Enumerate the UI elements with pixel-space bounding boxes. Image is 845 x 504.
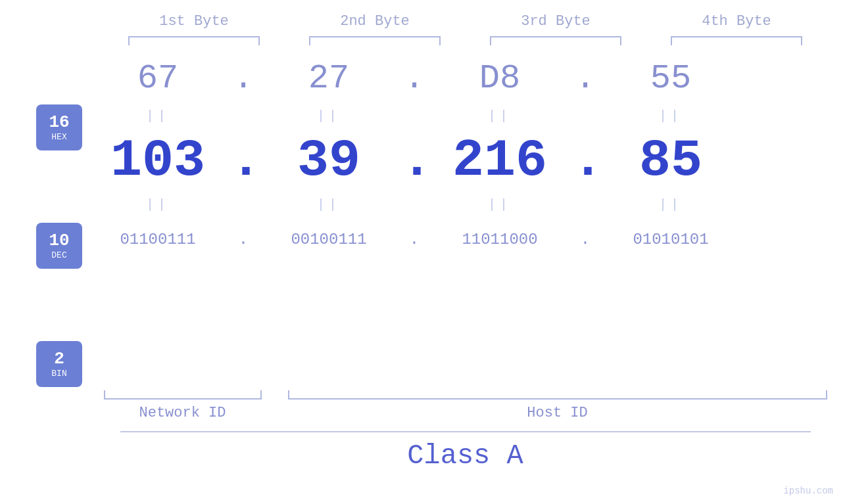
byte3-label: 3rd Byte bbox=[483, 13, 628, 30]
dot-bin-2: . bbox=[401, 231, 427, 248]
dec-row: 103 . 39 . 216 . 85 bbox=[85, 127, 845, 193]
dec-byte1: 103 bbox=[85, 131, 230, 191]
hex-badge: 16 HEX bbox=[36, 104, 82, 150]
main-container: 1st Byte 2nd Byte 3rd Byte 4th Byte 16 H… bbox=[0, 0, 845, 504]
bracket-top-3 bbox=[490, 36, 621, 45]
dec-badge-number: 10 bbox=[49, 231, 69, 250]
hex-badge-number: 16 bbox=[49, 113, 69, 132]
dbar2-4: || bbox=[598, 197, 743, 212]
bin-byte2: 00100111 bbox=[256, 231, 401, 248]
dec-badge: 10 DEC bbox=[36, 223, 82, 269]
bracket-bottom-network bbox=[104, 390, 262, 400]
network-id-label: Network ID bbox=[104, 405, 262, 421]
byte-headers: 1st Byte 2nd Byte 3rd Byte 4th Byte bbox=[104, 13, 827, 30]
dbar2-1: || bbox=[85, 197, 230, 212]
values-grid: 67 . 27 . D8 . 55 || || || || 103 bbox=[85, 52, 845, 262]
hex-byte1: 67 bbox=[85, 59, 230, 98]
bin-byte3: 11011000 bbox=[427, 231, 572, 248]
dec-byte2: 39 bbox=[256, 131, 401, 191]
byte1-label: 1st Byte bbox=[122, 13, 266, 30]
dot-hex-3: . bbox=[572, 59, 598, 98]
dbar1-3: || bbox=[427, 108, 572, 124]
bracket-top-1 bbox=[128, 36, 260, 45]
hex-badge-label: HEX bbox=[51, 132, 66, 142]
network-host-labels: Network ID Host ID bbox=[104, 405, 827, 421]
bin-byte4: 01010101 bbox=[598, 231, 743, 248]
bracket-bottom-host bbox=[288, 390, 827, 400]
hex-byte2: 27 bbox=[256, 59, 401, 98]
dbar2-2: || bbox=[256, 197, 401, 212]
content-area: 16 HEX 10 DEC 2 BIN 67 . 27 . bbox=[0, 52, 845, 387]
byte2-label: 2nd Byte bbox=[302, 13, 447, 30]
dot-bin-1: . bbox=[230, 231, 256, 248]
bin-row: 01100111 . 00100111 . 11011000 . 0101010… bbox=[85, 216, 845, 262]
base-badges: 16 HEX 10 DEC 2 BIN bbox=[0, 52, 85, 387]
watermark: ipshu.com bbox=[783, 486, 833, 496]
class-row: Class A bbox=[120, 431, 811, 472]
bracket-top-4 bbox=[671, 36, 802, 45]
bracket-top-2 bbox=[309, 36, 441, 45]
dbar1-2: || bbox=[256, 108, 401, 124]
class-label: Class A bbox=[407, 440, 523, 472]
dbar-row-2: || || || || bbox=[85, 193, 845, 216]
hex-byte4: 55 bbox=[598, 59, 743, 98]
dbar1-4: || bbox=[598, 108, 743, 124]
dot-dec-3: . bbox=[572, 131, 598, 191]
dbar-row-1: || || || || bbox=[85, 104, 845, 127]
dbar1-1: || bbox=[85, 108, 230, 124]
top-bracket-row bbox=[104, 36, 827, 45]
bin-byte1: 01100111 bbox=[85, 231, 230, 248]
bin-badge-label: BIN bbox=[51, 369, 66, 378]
bottom-bracket-row bbox=[104, 390, 827, 400]
hex-byte3: D8 bbox=[427, 59, 572, 98]
hex-row: 67 . 27 . D8 . 55 bbox=[85, 52, 845, 104]
bin-badge-number: 2 bbox=[54, 350, 64, 369]
dot-bin-3: . bbox=[572, 231, 598, 248]
byte4-label: 4th Byte bbox=[664, 13, 809, 30]
bin-badge: 2 BIN bbox=[36, 341, 82, 387]
dot-hex-1: . bbox=[230, 59, 256, 98]
dec-badge-label: DEC bbox=[51, 250, 66, 260]
dot-hex-2: . bbox=[401, 59, 427, 98]
host-id-label: Host ID bbox=[288, 405, 827, 421]
dot-dec-1: . bbox=[230, 131, 256, 191]
dot-dec-2: . bbox=[401, 131, 427, 191]
dec-byte4: 85 bbox=[598, 131, 743, 191]
dec-byte3: 216 bbox=[427, 131, 572, 191]
dbar2-3: || bbox=[427, 197, 572, 212]
